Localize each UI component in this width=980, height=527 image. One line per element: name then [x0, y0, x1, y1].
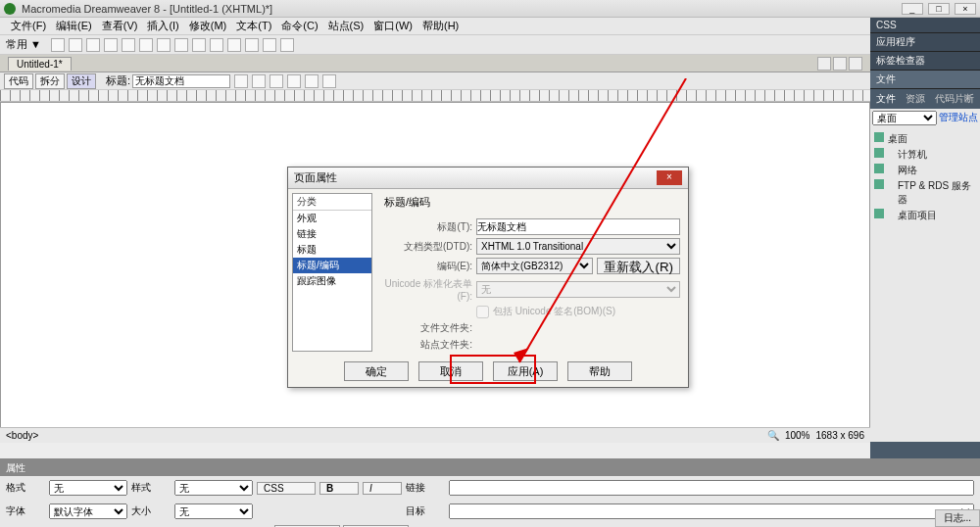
- reload-button[interactable]: 重新载入(R): [597, 258, 680, 274]
- normalization-select: 无: [476, 281, 680, 298]
- toolbar-icon[interactable]: [322, 74, 336, 88]
- target-select[interactable]: [449, 503, 974, 519]
- tree-item[interactable]: 桌面: [874, 131, 976, 147]
- horizontal-ruler: [0, 90, 980, 102]
- panel-tag-inspector[interactable]: 标签检查器: [870, 52, 980, 71]
- menu-site[interactable]: 站点(S): [323, 19, 369, 33]
- files-tab-snippets[interactable]: 代码片断: [931, 91, 978, 107]
- normalization-label: Unicode 标准化表单(F):: [384, 277, 472, 302]
- design-view-button[interactable]: 设计: [67, 73, 96, 89]
- dialog-close-button[interactable]: ×: [657, 170, 682, 185]
- doc-min-icon[interactable]: [817, 57, 831, 71]
- bom-label: 包括 Unicode 签名(BOM)(S): [493, 305, 615, 318]
- files-tab-files[interactable]: 文件: [872, 91, 900, 107]
- ok-button[interactable]: 确定: [344, 361, 409, 381]
- format-select[interactable]: 无: [49, 480, 127, 496]
- category-appearance[interactable]: 外观: [293, 211, 371, 226]
- category-tracing[interactable]: 跟踪图像: [293, 273, 371, 289]
- folder-icon: [874, 209, 884, 218]
- panel-application[interactable]: 应用程序: [870, 33, 980, 52]
- italic-button[interactable]: I: [363, 482, 402, 495]
- files-tab-assets[interactable]: 资源: [902, 91, 929, 107]
- menu-window[interactable]: 窗口(W): [368, 19, 417, 33]
- link-input[interactable]: [449, 480, 974, 496]
- ftp-icon: [874, 179, 884, 189]
- tool-icon[interactable]: [245, 38, 259, 52]
- dialog-titlebar[interactable]: 页面属性 ×: [288, 168, 688, 189]
- network-icon: [874, 164, 884, 173]
- tag-path[interactable]: <body>: [6, 430, 38, 441]
- style-select[interactable]: 无: [174, 480, 253, 496]
- dtd-select[interactable]: XHTML 1.0 Transitional: [476, 238, 680, 255]
- close-button[interactable]: ×: [955, 3, 976, 15]
- tree-item[interactable]: 网络: [874, 163, 976, 178]
- doc-close-icon[interactable]: [849, 57, 862, 71]
- menu-edit[interactable]: 编辑(E): [51, 19, 97, 33]
- files-tree: 桌面 计算机 网络 FTP & RDS 服务器 桌面项目: [870, 127, 980, 227]
- maximize-button[interactable]: □: [928, 3, 950, 15]
- menu-commands[interactable]: 命令(C): [276, 19, 322, 33]
- tool-icon[interactable]: [69, 38, 82, 52]
- toolbar-icon[interactable]: [305, 74, 318, 88]
- code-view-button[interactable]: 代码: [4, 73, 33, 89]
- desktop-icon: [874, 132, 884, 142]
- category-header: 分类: [293, 194, 371, 211]
- tree-item[interactable]: 桌面项目: [874, 208, 976, 223]
- tool-icon[interactable]: [104, 38, 118, 52]
- insert-toolbar: 常用 ▼: [0, 35, 980, 55]
- tool-icon[interactable]: [86, 38, 100, 52]
- tree-item[interactable]: 计算机: [874, 147, 976, 163]
- menu-view[interactable]: 查看(V): [97, 19, 143, 33]
- menu-text[interactable]: 文本(T): [231, 19, 276, 33]
- panel-files[interactable]: 文件: [870, 71, 980, 89]
- menu-modify[interactable]: 修改(M): [184, 19, 232, 33]
- bold-button[interactable]: B: [319, 482, 359, 495]
- tool-icon[interactable]: [192, 38, 206, 52]
- menu-file[interactable]: 文件(F): [6, 19, 51, 33]
- doc-max-icon[interactable]: [833, 57, 847, 71]
- menu-help[interactable]: 帮助(H): [417, 19, 464, 33]
- file-folder-label: 文件文件夹:: [384, 321, 472, 335]
- toolbar-icon[interactable]: [252, 74, 266, 88]
- site-select[interactable]: 桌面: [872, 111, 937, 125]
- toolbar-icon[interactable]: [287, 74, 301, 88]
- size-select[interactable]: 无: [174, 503, 253, 519]
- panel-css[interactable]: CSS: [870, 18, 980, 33]
- tool-icon[interactable]: [174, 38, 188, 52]
- document-tab[interactable]: Untitled-1*: [8, 57, 72, 71]
- toolbar-icon[interactable]: [234, 74, 248, 88]
- tool-icon[interactable]: [263, 38, 276, 52]
- manage-sites-link[interactable]: 管理站点: [939, 111, 978, 125]
- title-field[interactable]: [476, 218, 680, 235]
- tool-icon[interactable]: [139, 38, 153, 52]
- help-button[interactable]: 帮助: [567, 361, 632, 381]
- css-button[interactable]: CSS: [257, 482, 316, 495]
- split-view-button[interactable]: 拆分: [35, 73, 65, 89]
- tool-icon[interactable]: [280, 38, 294, 52]
- tree-item[interactable]: FTP & RDS 服务器: [874, 178, 976, 208]
- tool-icon[interactable]: [122, 38, 135, 52]
- category-headings[interactable]: 标题: [293, 242, 371, 258]
- tool-icon[interactable]: [157, 38, 171, 52]
- app-logo-icon: [4, 3, 16, 15]
- apply-button[interactable]: 应用(A): [493, 361, 558, 381]
- category-links[interactable]: 链接: [293, 226, 371, 242]
- log-button[interactable]: 日志...: [935, 509, 980, 527]
- link-label: 链接: [406, 481, 445, 495]
- tool-icon[interactable]: [227, 38, 241, 52]
- zoom-value[interactable]: 100%: [785, 430, 810, 441]
- category-title-encoding[interactable]: 标题/编码: [293, 258, 371, 273]
- cancel-button[interactable]: 取消: [418, 361, 483, 381]
- font-select[interactable]: 默认字体: [49, 503, 127, 519]
- title-input[interactable]: [132, 74, 230, 88]
- tool-icon[interactable]: [210, 38, 223, 52]
- encoding-select[interactable]: 简体中文(GB2312): [476, 258, 593, 274]
- window-size[interactable]: 1683 x 696: [816, 430, 865, 441]
- properties-header[interactable]: 属性: [0, 460, 980, 476]
- tool-icon[interactable]: [51, 38, 65, 52]
- zoom-icon[interactable]: 🔍: [767, 430, 779, 441]
- minimize-button[interactable]: _: [902, 3, 923, 15]
- toolbar-category[interactable]: 常用 ▼: [6, 37, 41, 52]
- menu-insert[interactable]: 插入(I): [142, 19, 183, 33]
- toolbar-icon[interactable]: [270, 74, 283, 88]
